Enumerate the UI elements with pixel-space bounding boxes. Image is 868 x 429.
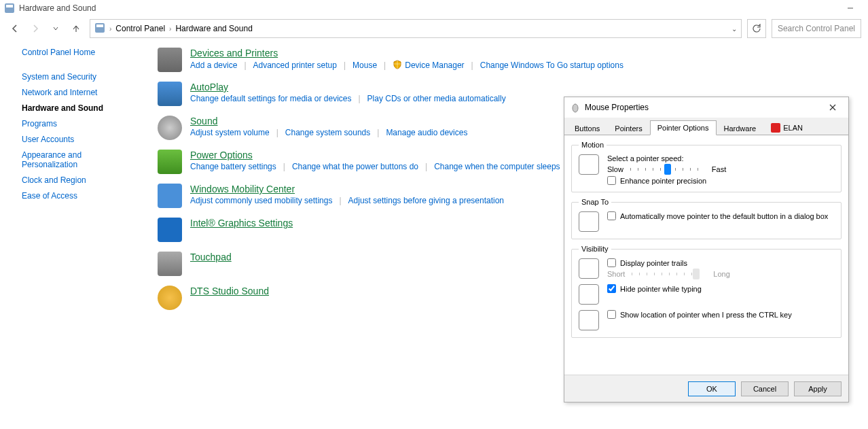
snap-checkbox[interactable]: Automatically move pointer to the defaul…: [607, 211, 834, 220]
divider: |: [377, 128, 379, 137]
category-icon: [158, 116, 182, 140]
sublink[interactable]: Change battery settings: [190, 162, 276, 171]
search-placeholder: Search Control Panel: [778, 24, 855, 33]
sublink[interactable]: Mouse: [352, 61, 377, 70]
sidebar-item-network[interactable]: Network and Internet: [22, 88, 137, 97]
sublink-label: Adjust system volume: [190, 128, 270, 137]
sidebar-item-hardware[interactable]: Hardware and Sound: [22, 103, 137, 113]
category-title[interactable]: Sound: [190, 116, 467, 126]
address-bar[interactable]: › Control Panel › Hardware and Sound ⌄: [90, 19, 742, 38]
divider: |: [384, 61, 386, 70]
sublink-label: Adjust settings before giving a presenta…: [348, 196, 504, 205]
category-icon: [158, 218, 182, 242]
snap-cursor-icon: [579, 211, 599, 232]
chevron-right-icon: ›: [109, 25, 111, 33]
visibility-group: Visibility Display pointer trails Short …: [571, 245, 842, 338]
minimize-button[interactable]: [837, 0, 864, 16]
dialog-title: Mouse Properties: [585, 103, 822, 112]
window-titlebar: Hardware and Sound: [0, 0, 868, 16]
sidebar-item-ease[interactable]: Ease of Access: [22, 191, 137, 201]
sublink[interactable]: Change when the computer sleeps: [434, 162, 560, 171]
back-button[interactable]: [7, 20, 23, 37]
tab-hardware[interactable]: Hardware: [717, 121, 764, 135]
snap-label: Automatically move pointer to the defaul…: [620, 212, 828, 220]
sublink-label: Device Manager: [405, 61, 464, 70]
divider: |: [471, 61, 473, 70]
sublink[interactable]: Advanced printer setup: [253, 61, 337, 70]
category-title[interactable]: Devices and Printers: [190, 48, 623, 58]
sublink[interactable]: Device Manager: [393, 60, 464, 70]
sublink[interactable]: Adjust settings before giving a presenta…: [348, 196, 504, 205]
sublink-label: Change when the computer sleeps: [434, 162, 560, 171]
pointer-speed-slider[interactable]: [630, 168, 705, 171]
search-input[interactable]: Search Control Panel: [772, 19, 861, 38]
ctrl-locate-checkbox[interactable]: Show location of pointer when I press th…: [607, 310, 834, 319]
sublink[interactable]: Change system sounds: [285, 128, 370, 137]
dialog-tabs: Buttons Pointers Pointer Options Hardwar…: [564, 118, 848, 135]
ok-button[interactable]: OK: [688, 381, 736, 396]
sublink-label: Add a device: [190, 61, 237, 70]
category-sublinks: Adjust commonly used mobility settings|A…: [190, 196, 504, 205]
fast-label: Fast: [712, 165, 726, 173]
sidebar-item-appearance[interactable]: Appearance and Personalization: [22, 150, 137, 169]
mouse-icon: [570, 102, 581, 113]
trails-checkbox[interactable]: Display pointer trails: [607, 258, 834, 267]
divider: |: [276, 128, 278, 137]
recent-dropdown[interactable]: [48, 20, 64, 37]
sublink-label: Change default settings for media or dev…: [190, 94, 351, 103]
sublink[interactable]: Play CDs or other media automatically: [367, 94, 506, 103]
dialog-titlebar[interactable]: Mouse Properties: [564, 97, 848, 118]
chevron-down-icon[interactable]: ⌄: [731, 25, 737, 33]
tab-buttons[interactable]: Buttons: [567, 121, 607, 135]
hide-while-typing-checkbox[interactable]: Hide pointer while typing: [607, 284, 834, 293]
sublink[interactable]: Change default settings for media or dev…: [190, 94, 351, 103]
svg-rect-4: [96, 24, 103, 27]
sublink[interactable]: Add a device: [190, 61, 237, 70]
sublink[interactable]: Change what the power buttons do: [292, 162, 418, 171]
up-button[interactable]: [68, 20, 84, 37]
category-icon: [158, 286, 182, 310]
chevron-right-icon: ›: [169, 25, 171, 33]
category-devices-and-printers: Devices and PrintersAdd a device|Advance…: [158, 48, 854, 72]
pointer-speed-label: Select a pointer speed:: [607, 154, 834, 162]
sidebar-item-clock[interactable]: Clock and Region: [22, 175, 137, 185]
refresh-button[interactable]: [747, 19, 766, 38]
divider: |: [283, 162, 285, 171]
divider: |: [344, 61, 346, 70]
category-title[interactable]: Windows Mobility Center: [190, 184, 504, 194]
snap-legend: Snap To: [579, 198, 611, 206]
trails-slider: [632, 273, 706, 275]
enhance-precision-checkbox[interactable]: Enhance pointer precision: [607, 176, 834, 185]
elan-icon: [771, 123, 780, 133]
sublink[interactable]: Adjust commonly used mobility settings: [190, 196, 332, 205]
apply-button[interactable]: Apply: [794, 381, 842, 396]
breadcrumb-root[interactable]: Control Panel: [115, 24, 165, 33]
sidebar-item-users[interactable]: User Accounts: [22, 135, 137, 144]
divider: |: [425, 162, 427, 171]
tab-pointer-options[interactable]: Pointer Options: [650, 120, 717, 135]
category-title[interactable]: AutoPlay: [190, 82, 506, 92]
cancel-button[interactable]: Cancel: [741, 381, 789, 396]
sidebar-home[interactable]: Control Panel Home: [22, 48, 137, 57]
sidebar-item-programs[interactable]: Programs: [22, 119, 137, 128]
sublink[interactable]: Manage audio devices: [386, 128, 467, 137]
tab-pointers[interactable]: Pointers: [607, 121, 649, 135]
breadcrumb-current[interactable]: Hardware and Sound: [175, 24, 252, 33]
category-title[interactable]: DTS Studio Sound: [190, 286, 269, 296]
close-button[interactable]: [822, 101, 843, 114]
tab-pointer-options-pane: Motion Select a pointer speed: Slow Fast…: [564, 135, 848, 375]
svg-rect-1: [6, 5, 13, 7]
sidebar-item-system[interactable]: System and Security: [22, 72, 137, 82]
category-title[interactable]: Intel® Graphics Settings: [190, 218, 293, 228]
sublink[interactable]: Adjust system volume: [190, 128, 270, 137]
sidebar: Control Panel Home System and Security N…: [22, 48, 137, 310]
sublink[interactable]: Change Windows To Go startup options: [480, 61, 623, 70]
sublink-label: Change system sounds: [285, 128, 370, 137]
category-icon: [158, 150, 182, 174]
tab-elan[interactable]: ELAN: [763, 120, 810, 135]
motion-legend: Motion: [579, 141, 607, 149]
window-title: Hardware and Sound: [19, 3, 96, 13]
category-title[interactable]: Touchpad: [190, 252, 232, 262]
category-icon: [158, 184, 182, 208]
forward-button[interactable]: [27, 20, 43, 37]
